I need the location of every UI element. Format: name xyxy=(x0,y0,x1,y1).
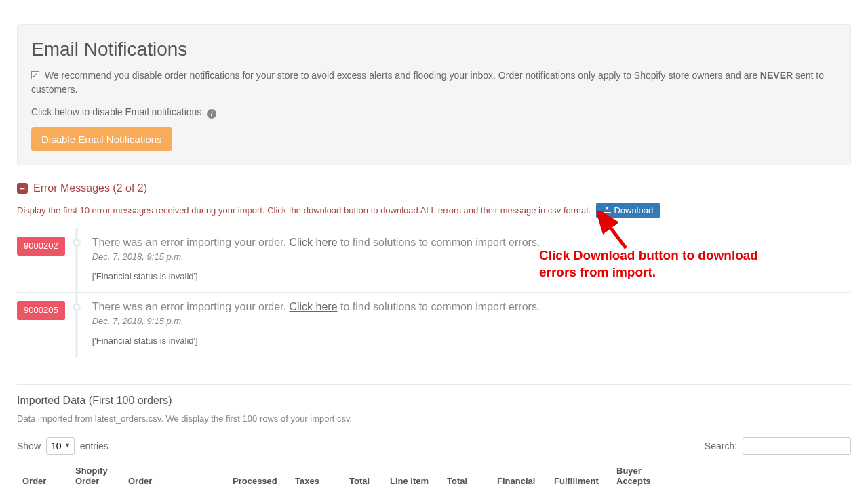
col-total-tax[interactable]: Total Tax xyxy=(344,462,384,488)
col-financial-status[interactable]: Financial Status xyxy=(492,462,549,488)
error-item: 9000205 There was an error importing you… xyxy=(17,293,851,357)
col-order-number[interactable]: Order Number xyxy=(17,462,70,488)
error-help-link[interactable]: Click here xyxy=(289,301,337,312)
search-control: Search: xyxy=(705,437,851,455)
col-processed-at[interactable]: Processed At xyxy=(227,462,290,488)
info-icon[interactable]: i xyxy=(207,109,216,119)
col-fulfillment-status[interactable]: Fulfillment Status xyxy=(549,462,611,488)
disable-email-button[interactable]: Disable Email Notifications xyxy=(31,127,172,151)
check-icon xyxy=(31,71,39,79)
col-shopify-order-name[interactable]: Shopify Order Name xyxy=(70,462,123,488)
imported-table: Order Number Shopify Order Name Order Na… xyxy=(17,462,851,488)
error-help-link[interactable]: Click here xyxy=(289,237,337,248)
error-timeline: 9000202 There was an error importing you… xyxy=(17,228,851,357)
email-click-below: Click below to disable Email notificatio… xyxy=(31,105,837,119)
error-message: There was an error importing your order.… xyxy=(92,237,851,249)
error-order-badge: 9000202 xyxy=(17,237,65,256)
download-icon xyxy=(603,208,611,214)
imported-data-title: Imported Data (First 100 orders) xyxy=(17,384,851,407)
page-size-control: Show 10 entries xyxy=(17,437,108,455)
error-order-badge: 9000205 xyxy=(17,301,65,320)
imported-data-sub: Data imported from latest_orders.csv. We… xyxy=(17,413,851,424)
col-taxes-included[interactable]: Taxes Included xyxy=(290,462,344,488)
error-detail: ['Financial status is invalid'] xyxy=(92,336,851,346)
col-order-name[interactable]: Order Name xyxy=(123,462,169,488)
col-note[interactable]: Note xyxy=(813,462,851,488)
timeline-dot-icon xyxy=(73,239,81,247)
page-size-select[interactable]: 10 xyxy=(46,437,75,455)
table-header-row: Order Number Shopify Order Name Order Na… xyxy=(17,462,851,488)
error-detail: ['Financial status is invalid'] xyxy=(92,271,851,281)
email-notifications-panel: Email Notifications We recommend you dis… xyxy=(17,24,851,165)
collapse-icon[interactable]: – xyxy=(17,183,28,194)
col-line-item-discount[interactable]: Line Item Discount xyxy=(384,462,441,488)
email-recommend-text: We recommend you disable order notificat… xyxy=(31,68,837,97)
error-desc: Display the first 10 error messages rece… xyxy=(17,205,591,216)
col-total-weight[interactable]: Total Weight xyxy=(441,462,492,488)
col-buyer-accepts[interactable]: Buyer Accepts Marketing xyxy=(611,462,671,488)
error-message: There was an error importing your order.… xyxy=(92,301,851,313)
error-timestamp: Dec. 7, 2018, 9:15 p.m. xyxy=(92,251,851,262)
search-input[interactable] xyxy=(743,437,851,455)
timeline-dot-icon xyxy=(73,303,81,311)
error-timestamp: Dec. 7, 2018, 9:15 p.m. xyxy=(92,316,851,326)
error-messages-title: Error Messages (2 of 2) xyxy=(33,182,147,195)
email-panel-title: Email Notifications xyxy=(31,39,837,60)
download-button[interactable]: Download xyxy=(596,203,660,218)
col-email[interactable]: Email xyxy=(671,462,813,488)
col-currency[interactable]: Currency xyxy=(169,462,227,488)
error-item: 9000202 There was an error importing you… xyxy=(17,228,851,293)
